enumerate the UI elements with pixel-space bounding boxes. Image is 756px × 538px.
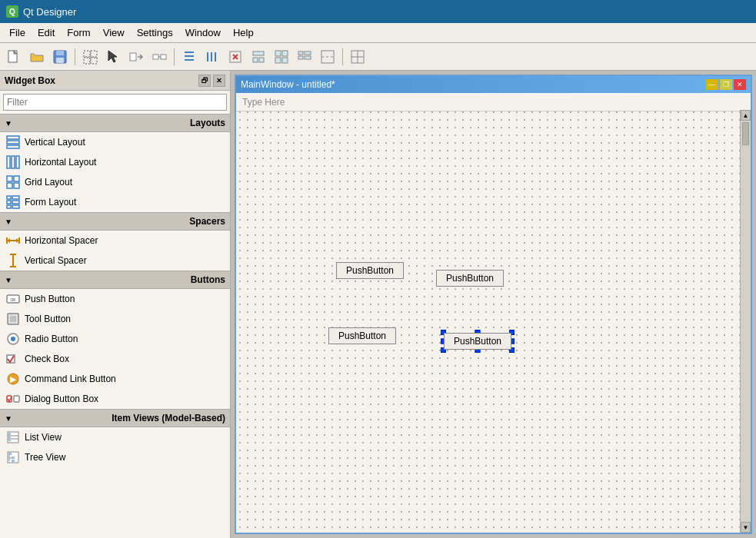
menu-settings[interactable]: Settings (131, 25, 179, 40)
menu-window[interactable]: Window (179, 25, 227, 40)
svg-rect-2 (56, 51, 64, 55)
scroll-up-btn[interactable]: ▲ (741, 110, 751, 121)
svg-rect-27 (275, 58, 281, 63)
category-buttons[interactable]: ▼ Buttons (0, 271, 230, 289)
toolbar-buddy-btn[interactable] (148, 46, 170, 68)
menu-file[interactable]: File (3, 25, 32, 40)
category-layouts[interactable]: ▼ Layouts (0, 114, 230, 132)
scroll-track[interactable] (741, 121, 751, 522)
svg-rect-40 (7, 145, 19, 148)
svg-rect-63 (10, 316, 16, 322)
widget-item-horizontal-spacer[interactable]: Horizontal Spacer (0, 231, 230, 251)
svg-rect-41 (7, 156, 10, 168)
widget-item-grid-layout[interactable]: Grid Layout (0, 172, 230, 192)
svg-rect-75 (8, 437, 11, 438)
toolbar-layout-break2-btn[interactable] (317, 46, 338, 68)
svg-rect-23 (253, 58, 258, 62)
widget-box-float-btn[interactable]: 🗗 (198, 75, 211, 87)
scroll-down-btn[interactable]: ▼ (741, 522, 751, 533)
designer-restore-btn[interactable]: ❐ (720, 79, 732, 90)
svg-rect-26 (282, 51, 288, 56)
toolbar-layout-break-btn[interactable] (225, 46, 246, 68)
designer-close-btn[interactable]: ✕ (734, 79, 746, 90)
svg-rect-46 (7, 183, 12, 188)
toolbar-cursor-btn[interactable] (347, 46, 368, 68)
svg-rect-22 (253, 51, 264, 55)
svg-rect-49 (12, 196, 19, 199)
widget-box-title: Widget Box (5, 75, 55, 86)
widget-list: ▼ Layouts Vertical Layout Horizontal Lay… (0, 114, 230, 538)
category-spacers[interactable]: ▼ Spacers (0, 212, 230, 231)
widget-item-tool-button[interactable]: Tool Button (0, 309, 230, 329)
toolbar-layout-h-btn[interactable] (201, 46, 223, 68)
widget-item-check-box[interactable]: Check Box (0, 349, 230, 369)
designer-window: MainWindow - untitled* — ❐ ✕ Type Here P… (235, 75, 752, 534)
svg-rect-50 (7, 201, 11, 204)
canvas-area: MainWindow - untitled* — ❐ ✕ Type Here P… (231, 71, 756, 538)
grid-layout-icon (6, 175, 20, 189)
menu-view[interactable]: View (97, 25, 131, 40)
scroll-thumb[interactable] (742, 122, 749, 145)
svg-rect-74 (8, 433, 11, 435)
toolbar-layout-grid-btn[interactable] (271, 46, 292, 68)
svg-rect-28 (282, 58, 288, 63)
toolbar-pointer-btn[interactable] (102, 46, 124, 68)
list-view-icon (6, 430, 20, 444)
svg-rect-48 (7, 196, 11, 199)
widget-item-horizontal-layout[interactable]: Horizontal Layout (0, 152, 230, 172)
push-button-4[interactable]: PushButton (444, 333, 511, 350)
widget-item-dialog-button-box[interactable]: Dialog Button Box (0, 389, 230, 409)
toolbar-tab-order-btn[interactable] (125, 46, 147, 68)
designer-content[interactable]: Type Here PushButton PushButton PushButt… (236, 93, 751, 533)
widget-box: Widget Box 🗗 ✕ ▼ Layouts Vertical Layout (0, 71, 231, 538)
widget-box-header: Widget Box 🗗 ✕ (0, 71, 230, 91)
svg-rect-80 (8, 453, 12, 455)
form-layout-icon (6, 195, 20, 209)
toolbar-new-btn[interactable] (3, 46, 25, 68)
svg-text:▶: ▶ (10, 375, 17, 384)
push-button-3[interactable]: PushButton (328, 327, 396, 344)
toolbar-layout-form-btn[interactable] (294, 46, 315, 68)
svg-rect-11 (161, 55, 166, 59)
push-button-1[interactable]: PushButton (336, 262, 404, 279)
widget-item-push-button[interactable]: OK Push Button (0, 289, 230, 309)
svg-text:OK: OK (10, 297, 16, 302)
widget-box-close-btn[interactable]: ✕ (213, 75, 225, 87)
widget-item-command-link-button[interactable]: ▶ Command Link Button (0, 369, 230, 389)
vertical-layout-icon (6, 135, 20, 149)
menu-edit[interactable]: Edit (32, 25, 61, 40)
designer-minimize-btn[interactable]: — (706, 79, 718, 90)
widget-item-form-layout[interactable]: Form Layout (0, 192, 230, 212)
svg-rect-9 (130, 53, 136, 61)
svg-rect-81 (12, 457, 15, 459)
widget-item-tree-view[interactable]: Tree View (0, 447, 230, 467)
toolbar-select-widget-btn[interactable] (79, 46, 101, 68)
svg-rect-44 (7, 176, 12, 181)
toolbar-layout-top-btn[interactable] (248, 46, 269, 68)
toolbar-save-btn[interactable] (49, 46, 71, 68)
radio-button-icon (6, 332, 20, 346)
app-title: Qt Designer (23, 6, 76, 18)
push-button-icon: OK (6, 292, 20, 306)
menu-help[interactable]: Help (227, 25, 260, 40)
type-here-menu[interactable]: Type Here (236, 93, 751, 111)
widget-item-list-view[interactable]: List View (0, 427, 230, 447)
menu-form[interactable]: Form (61, 25, 96, 40)
svg-rect-10 (153, 55, 158, 59)
canvas-scrollbar[interactable]: ▲ ▼ (740, 110, 751, 533)
svg-rect-43 (16, 156, 19, 168)
horizontal-spacer-icon (6, 234, 20, 247)
toolbar-layout-v-btn[interactable] (178, 46, 200, 68)
push-button-2[interactable]: PushButton (436, 270, 504, 287)
tree-view-icon (6, 450, 20, 464)
widget-box-filter[interactable] (3, 94, 227, 111)
category-item-views[interactable]: ▼ Item Views (Model-Based) (0, 409, 230, 427)
toolbar-open-btn[interactable] (26, 46, 48, 68)
svg-rect-47 (14, 183, 19, 188)
widget-item-radio-button[interactable]: Radio Button (0, 329, 230, 349)
svg-marker-8 (108, 51, 117, 62)
widget-item-vertical-spacer[interactable]: Vertical Spacer (0, 251, 230, 271)
widget-item-vertical-layout[interactable]: Vertical Layout (0, 132, 230, 152)
svg-rect-76 (8, 440, 11, 441)
toolbar-sep-1 (75, 48, 75, 65)
